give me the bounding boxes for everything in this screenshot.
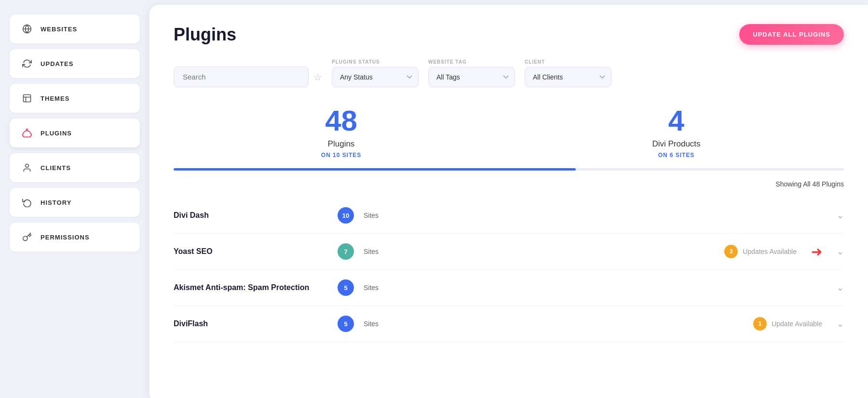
- svg-point-5: [26, 164, 29, 168]
- sidebar: WEBSITES UPDATES THEMES PLUGINS: [0, 0, 149, 398]
- sidebar-item-history[interactable]: HISTORY: [10, 188, 140, 217]
- showing-text: Showing All 48 Plugins: [174, 180, 844, 188]
- updates-count-badge: 1: [753, 317, 767, 331]
- sidebar-label-clients: CLIENTS: [41, 164, 71, 172]
- sidebar-label-plugins: PLUGINS: [41, 130, 72, 137]
- updates-count-badge: 3: [724, 245, 738, 258]
- update-all-plugins-button[interactable]: UPDATE ALL PLUGINS: [739, 24, 844, 45]
- search-wrapper: ☆: [174, 66, 322, 87]
- sites-badge: 5: [338, 316, 354, 332]
- plugins-status-label: PLUGINS STATUS: [332, 59, 419, 65]
- sites-label: Sites: [364, 248, 379, 255]
- sidebar-label-websites: WEBSITES: [41, 26, 77, 33]
- layout-icon: [21, 93, 33, 104]
- sidebar-item-themes[interactable]: THEMES: [10, 84, 140, 113]
- plugin-name: Akismet Anti-spam: Spam Protection: [174, 283, 328, 292]
- refresh-icon: [21, 58, 33, 69]
- stats-row: 48 Plugins ON 10 SITES 4 Divi Products O…: [174, 106, 844, 159]
- website-tag-select[interactable]: All Tags: [428, 67, 515, 87]
- globe-icon: [21, 23, 33, 35]
- client-label: CLIENT: [525, 59, 611, 65]
- client-select[interactable]: All Clients: [525, 67, 611, 87]
- filters-row: ☆ PLUGINS STATUS Any Status WEBSITE TAG …: [174, 59, 844, 87]
- sidebar-label-history: HISTORY: [41, 199, 71, 206]
- arrow-right-icon: ➜: [811, 244, 822, 260]
- plugin-name: DiviFlash: [174, 319, 328, 328]
- updates-text: Update Available: [772, 320, 822, 328]
- chevron-down-icon[interactable]: ⌄: [837, 318, 844, 329]
- table-row: DiviFlash 5 Sites 1 Update Available ⌄: [174, 306, 844, 342]
- main-content: Plugins UPDATE ALL PLUGINS ☆ PLUGINS STA…: [149, 5, 868, 398]
- sites-badge: 7: [338, 243, 354, 260]
- plugin-name: Yoast SEO: [174, 247, 328, 256]
- sites-label: Sites: [364, 284, 379, 292]
- divi-sites: ON 6 SITES: [509, 152, 844, 159]
- plugins-status-filter-group: PLUGINS STATUS Any Status: [332, 59, 419, 87]
- sites-badge: 5: [338, 279, 354, 296]
- plugins-sites: ON 10 SITES: [174, 152, 509, 159]
- sidebar-item-permissions[interactable]: PERMISSIONS: [10, 223, 140, 252]
- table-row: Divi Dash 10 Sites ⌄: [174, 198, 844, 234]
- chevron-down-icon[interactable]: ⌄: [837, 246, 844, 257]
- plugins-stat-block: 48 Plugins ON 10 SITES: [174, 106, 509, 159]
- page-title: Plugins: [174, 25, 236, 45]
- user-icon: [21, 162, 33, 173]
- sidebar-label-updates: UPDATES: [41, 60, 73, 67]
- website-tag-label: WEBSITE TAG: [428, 59, 515, 65]
- website-tag-filter-group: WEBSITE TAG All Tags: [428, 59, 515, 87]
- sites-label: Sites: [364, 212, 379, 219]
- chevron-down-icon[interactable]: ⌄: [837, 210, 844, 221]
- plugin-name: Divi Dash: [174, 211, 328, 220]
- sidebar-item-plugins[interactable]: PLUGINS: [10, 119, 140, 147]
- sites-label: Sites: [364, 320, 379, 328]
- progress-bar-container: [174, 168, 844, 171]
- table-row: Akismet Anti-spam: Spam Protection 5 Sit…: [174, 270, 844, 306]
- history-icon: [21, 197, 33, 208]
- updates-wrapper: 1 Update Available: [753, 317, 822, 331]
- updates-wrapper: 3 Updates Available: [724, 245, 797, 258]
- star-icon[interactable]: ☆: [313, 71, 322, 83]
- search-input[interactable]: [174, 66, 309, 87]
- plugin-list: Divi Dash 10 Sites ⌄ Yoast SEO 7 Sites 3…: [174, 198, 844, 342]
- plugins-status-select[interactable]: Any Status: [332, 67, 419, 87]
- sidebar-label-themes: THEMES: [41, 95, 69, 102]
- sidebar-item-updates[interactable]: UPDATES: [10, 49, 140, 78]
- page-header: Plugins UPDATE ALL PLUGINS: [174, 24, 844, 45]
- sidebar-item-clients[interactable]: CLIENTS: [10, 153, 140, 182]
- progress-bar-fill: [174, 168, 576, 171]
- svg-rect-2: [24, 95, 31, 102]
- table-row: Yoast SEO 7 Sites 3 Updates Available ➜ …: [174, 234, 844, 270]
- divi-label: Divi Products: [509, 139, 844, 149]
- client-filter-group: CLIENT All Clients: [525, 59, 611, 87]
- chevron-down-icon[interactable]: ⌄: [837, 282, 844, 293]
- sidebar-item-websites[interactable]: WEBSITES: [10, 14, 140, 43]
- updates-text: Updates Available: [743, 248, 797, 255]
- plugins-label: Plugins: [174, 139, 509, 149]
- sites-badge: 10: [338, 207, 354, 224]
- key-icon: [21, 231, 33, 243]
- plugins-count: 48: [174, 106, 509, 135]
- divi-stat-block: 4 Divi Products ON 6 SITES: [509, 106, 844, 159]
- plugin-icon: [21, 127, 33, 139]
- sidebar-label-permissions: PERMISSIONS: [41, 234, 90, 241]
- divi-count: 4: [509, 106, 844, 135]
